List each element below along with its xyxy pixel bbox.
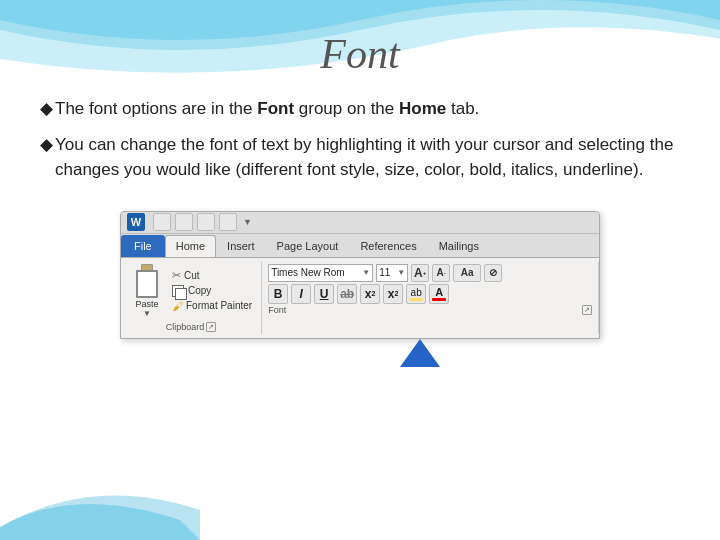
ribbon-body: Paste ▼ ✂ Cut Copy xyxy=(121,258,599,338)
font-group-label: Font xyxy=(268,305,286,315)
tab-page-layout[interactable]: Page Layout xyxy=(266,235,350,257)
ribbon-tabs: File Home Insert Page Layout References … xyxy=(121,234,599,258)
save-icon[interactable] xyxy=(153,213,171,231)
change-case-button[interactable]: Aa xyxy=(453,264,481,282)
copy-icon xyxy=(172,285,184,297)
font-row-1: Times New Rom ▼ 11 ▼ A+ A- xyxy=(268,264,502,282)
text-highlight-button[interactable]: ab xyxy=(406,284,426,304)
paste-label: Paste xyxy=(135,299,158,309)
format-painter-label: Format Painter xyxy=(186,300,252,311)
font-name-value: Times New Rom xyxy=(271,267,362,278)
underline-button[interactable]: U xyxy=(314,284,334,304)
tab-mailings[interactable]: Mailings xyxy=(428,235,490,257)
bold-button[interactable]: B xyxy=(268,284,288,304)
bold-font: Font xyxy=(257,99,294,118)
undo-arrow-icon[interactable] xyxy=(197,213,215,231)
clear-formatting-button[interactable]: ⊘ xyxy=(484,264,502,282)
font-color-button[interactable]: A xyxy=(429,284,449,304)
word-icon: W xyxy=(127,213,145,231)
font-color-bar xyxy=(432,298,446,301)
bullet-marker-2: ◆ xyxy=(40,132,53,158)
subscript-button[interactable]: x2 xyxy=(360,284,380,304)
clipboard-group-content: Paste ▼ ✂ Cut Copy xyxy=(127,264,255,320)
font-color-icon: A xyxy=(435,286,443,298)
font-group-footer: Font ↗ xyxy=(268,305,592,315)
paste-dropdown[interactable]: ▼ xyxy=(143,309,151,318)
bullet-2: ◆ You can change the font of text by hig… xyxy=(40,132,680,183)
clear-formatting-icon: ⊘ xyxy=(489,267,497,278)
quick-access-dropdown[interactable]: ▼ xyxy=(243,217,252,227)
font-shrink-icon: A xyxy=(437,267,444,278)
title-bar: W ▼ xyxy=(121,212,599,234)
font-grow-button[interactable]: A+ xyxy=(411,264,429,282)
bullet-text-1: The font options are in the Font group o… xyxy=(55,96,479,122)
strikethrough-button[interactable]: ab xyxy=(337,284,357,304)
format-painter-button[interactable]: 🖌 Format Painter xyxy=(169,299,255,313)
highlight-icon: ab xyxy=(411,287,422,298)
paste-button[interactable]: Paste ▼ xyxy=(127,264,167,318)
bullet-1: ◆ The font options are in the Font group… xyxy=(40,96,680,122)
font-shrink-button[interactable]: A- xyxy=(432,264,450,282)
cut-button[interactable]: ✂ Cut xyxy=(169,268,255,283)
scissors-icon: ✂ xyxy=(172,269,181,282)
clipboard-body xyxy=(136,270,158,298)
font-expand-icon[interactable]: ↗ xyxy=(582,305,592,315)
ribbon-container: W ▼ File Home Insert Page Layout Referen… xyxy=(120,211,600,339)
font-grow-icon: A xyxy=(414,266,423,280)
format-painter-icon: 🖌 xyxy=(172,300,183,312)
tab-references[interactable]: References xyxy=(349,235,427,257)
clipboard-label-text: Clipboard xyxy=(166,322,205,332)
font-size-arrow: ▼ xyxy=(397,268,405,277)
clipboard-expand-icon[interactable]: ↗ xyxy=(206,322,216,332)
up-arrow-shape xyxy=(400,339,440,367)
change-case-icon: Aa xyxy=(461,267,474,278)
clipboard-group: Paste ▼ ✂ Cut Copy xyxy=(121,262,262,334)
redo-icon[interactable] xyxy=(219,213,237,231)
tab-home[interactable]: Home xyxy=(165,235,216,257)
tab-file[interactable]: File xyxy=(121,235,165,257)
font-size-dropdown[interactable]: 11 ▼ xyxy=(376,264,408,282)
dropdown-arrow: ▼ xyxy=(243,217,252,227)
paste-icon xyxy=(132,264,162,298)
italic-button[interactable]: I xyxy=(291,284,311,304)
font-size-value: 11 xyxy=(379,267,397,278)
arrow-indicator xyxy=(400,339,440,367)
font-group: Times New Rom ▼ 11 ▼ A+ A- xyxy=(262,262,599,334)
slide-title: Font xyxy=(40,30,680,78)
cut-label: Cut xyxy=(184,270,200,281)
bullet-marker-1: ◆ xyxy=(40,96,53,122)
copy-label: Copy xyxy=(188,285,211,296)
undo-icon[interactable] xyxy=(175,213,193,231)
bold-home: Home xyxy=(399,99,446,118)
clipboard-group-label: Clipboard ↗ xyxy=(166,322,217,332)
ribbon-wrapper: W ▼ File Home Insert Page Layout Referen… xyxy=(40,201,680,367)
superscript-button[interactable]: x2 xyxy=(383,284,403,304)
copy-button[interactable]: Copy xyxy=(169,284,255,298)
font-name-arrow: ▼ xyxy=(362,268,370,277)
tab-insert[interactable]: Insert xyxy=(216,235,266,257)
titlebar-icons xyxy=(153,213,237,231)
bullet-text-2: You can change the font of text by highl… xyxy=(55,132,680,183)
highlight-color-bar xyxy=(409,298,423,301)
font-name-dropdown[interactable]: Times New Rom ▼ xyxy=(268,264,373,282)
background-decoration-bottom xyxy=(0,420,200,540)
font-row-2: B I U ab x2 x2 ab A xyxy=(268,284,449,304)
clipboard-small-buttons: ✂ Cut Copy 🖌 Format Painter xyxy=(169,264,255,313)
